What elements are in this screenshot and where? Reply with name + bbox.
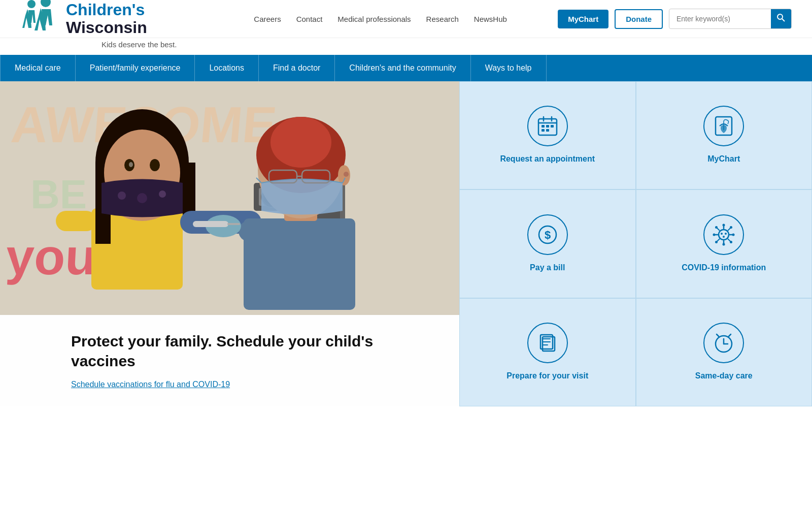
svg-rect-51: [551, 125, 554, 128]
svg-line-68: [728, 228, 731, 231]
dollar-icon: $: [527, 214, 568, 255]
svg-point-39: [270, 117, 331, 168]
hero-section: AWESOME BE you: [0, 81, 459, 406]
quick-link-pay-bill[interactable]: $ Pay a bill: [459, 189, 636, 298]
logo-name: Children'sWisconsin: [66, 1, 147, 37]
svg-point-73: [730, 241, 732, 243]
search-button[interactable]: [771, 9, 791, 28]
quick-link-same-day[interactable]: Same-day care: [636, 298, 813, 406]
svg-point-26: [129, 162, 133, 167]
quick-link-covid[interactable]: COVID-19 information: [636, 189, 813, 298]
svg-point-29: [159, 190, 166, 198]
quick-link-same-day-label: Same-day care: [695, 370, 753, 382]
svg-text:BE: BE: [30, 172, 87, 217]
content-area: AWESOME BE you: [0, 81, 812, 406]
svg-text:$: $: [545, 229, 551, 241]
mychart-button[interactable]: MyChart: [558, 10, 608, 28]
top-right: MyChart Donate: [558, 9, 792, 29]
svg-point-28: [137, 193, 147, 203]
svg-point-59: [723, 224, 725, 226]
nav-careers[interactable]: Careers: [254, 15, 281, 23]
quick-links: Request an appointment MyChart $: [459, 81, 812, 406]
main-nav-locations[interactable]: Locations: [195, 55, 259, 81]
hero-caption: Protect your family. Schedule your child…: [0, 315, 459, 406]
svg-rect-16: [56, 211, 96, 231]
quick-link-pay-bill-label: Pay a bill: [530, 262, 565, 273]
main-nav-patient-family[interactable]: Patient/family experience: [76, 55, 195, 81]
logo-text-area: Children'sWisconsin: [66, 1, 147, 37]
svg-line-70: [717, 239, 720, 241]
svg-line-85: [717, 334, 719, 336]
svg-point-74: [721, 233, 723, 235]
quick-link-appointment[interactable]: Request an appointment: [459, 81, 636, 189]
nav-research[interactable]: Research: [426, 15, 459, 23]
svg-point-65: [732, 233, 735, 236]
svg-point-27: [118, 192, 126, 200]
nav-medical-professionals[interactable]: Medical professionals: [337, 15, 411, 23]
svg-point-76: [723, 236, 725, 238]
hero-headline: Protect your family. Schedule your child…: [71, 331, 439, 371]
nav-contact[interactable]: Contact: [296, 15, 323, 23]
search-area: [669, 9, 792, 29]
svg-point-71: [715, 241, 718, 243]
top-nav: Careers Contact Medical professionals Re…: [203, 15, 558, 23]
svg-point-41: [344, 172, 349, 177]
svg-line-3: [782, 19, 785, 21]
quick-link-mychart-label: MyChart: [707, 153, 740, 165]
main-nav-community[interactable]: Children's and the community: [335, 55, 470, 81]
svg-point-67: [715, 226, 718, 229]
hero-image: AWESOME BE you: [0, 81, 459, 315]
calendar-icon: [527, 106, 568, 146]
svg-point-2: [777, 14, 783, 19]
svg-line-72: [728, 239, 731, 241]
svg-rect-53: [546, 129, 549, 132]
svg-point-69: [730, 226, 732, 229]
main-nav: Medical care Patient/family experience L…: [0, 55, 812, 81]
svg-rect-35: [227, 223, 240, 225]
quick-link-prepare-visit[interactable]: Prepare for your visit: [459, 298, 636, 406]
svg-point-63: [713, 233, 716, 236]
top-bar: Children'sWisconsin Careers Contact Medi…: [0, 0, 812, 38]
mychart-icon: [703, 106, 744, 146]
svg-point-1: [41, 0, 51, 7]
clock-icon: [703, 323, 744, 363]
svg-rect-52: [542, 129, 545, 132]
svg-point-0: [27, 0, 36, 8]
main-nav-medical-care[interactable]: Medical care: [0, 55, 76, 81]
svg-rect-34: [193, 221, 228, 227]
hero-illustration: AWESOME BE you: [0, 81, 459, 315]
svg-point-25: [150, 159, 160, 171]
svg-point-75: [725, 233, 727, 235]
logo-icon: [20, 0, 61, 43]
svg-rect-50: [546, 125, 549, 128]
svg-line-66: [717, 228, 720, 231]
svg-rect-49: [542, 125, 545, 128]
quick-link-appointment-label: Request an appointment: [500, 153, 595, 165]
svg-text:you: you: [5, 228, 98, 285]
svg-line-86: [729, 334, 731, 336]
quick-link-prepare-label: Prepare for your visit: [506, 370, 588, 382]
search-input[interactable]: [669, 10, 771, 27]
svg-rect-32: [239, 221, 279, 241]
virus-icon: [703, 214, 744, 255]
search-icon: [777, 14, 785, 22]
logo-area: Children'sWisconsin: [20, 0, 203, 43]
donate-button[interactable]: Donate: [615, 9, 663, 29]
svg-point-61: [723, 243, 725, 245]
svg-point-57: [719, 230, 729, 240]
nav-newshub[interactable]: NewsHub: [474, 15, 507, 23]
quick-link-covid-label: COVID-19 information: [682, 262, 766, 273]
main-nav-find-doctor[interactable]: Find a doctor: [259, 55, 335, 81]
document-icon: [527, 323, 568, 363]
quick-link-mychart[interactable]: MyChart: [636, 81, 813, 189]
hero-cta-link[interactable]: Schedule vaccinations for flu and COVID-…: [71, 380, 230, 389]
main-nav-ways-to-help[interactable]: Ways to help: [471, 55, 547, 81]
